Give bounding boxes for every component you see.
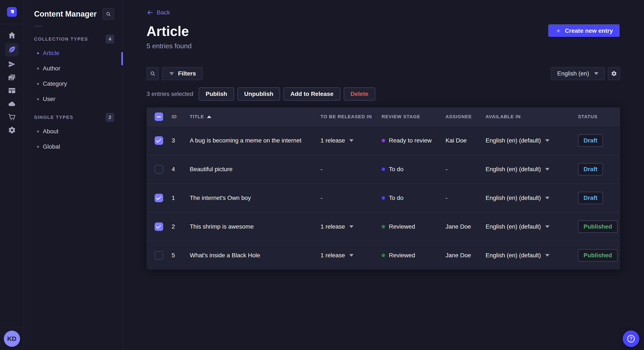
status-badge: Draft (578, 163, 603, 175)
cell-available-in[interactable]: English (en) (default) (486, 252, 578, 259)
select-all-checkbox[interactable] (154, 113, 163, 121)
marketplace-cart-icon[interactable] (5, 110, 19, 124)
table-row[interactable]: 4 Beautiful picture - To do - English (e… (146, 155, 620, 183)
filters-label: Filters (178, 70, 196, 77)
stage-dot-icon (382, 139, 385, 142)
cell-id: 2 (172, 223, 190, 230)
chevron-down-icon[interactable] (349, 139, 354, 142)
column-header-released-in[interactable]: TO BE RELEASED IN (320, 114, 382, 120)
chevron-down-icon[interactable] (545, 197, 550, 199)
cell-available-in[interactable]: English (en) (default) (486, 166, 578, 173)
table-row[interactable]: 5 What's inside a Black Hole 1 release R… (146, 241, 620, 270)
plus-icon (556, 28, 561, 34)
cell-review-stage: To do (382, 166, 446, 173)
section-label: SINGLE TYPES (34, 115, 73, 120)
stage-dot-icon (382, 168, 385, 171)
sidebar-item-global[interactable]: Global (24, 139, 123, 154)
cell-released-in: - (320, 194, 382, 201)
table-row[interactable]: 3 A bug is becoming a meme on the intern… (146, 126, 620, 155)
stage-dot-icon (382, 225, 385, 228)
create-new-entry-button[interactable]: Create new entry (548, 24, 620, 37)
sidebar-item-author[interactable]: Author (24, 61, 123, 76)
chevron-down-icon[interactable] (545, 139, 550, 142)
sidebar-item-label: Article (43, 50, 60, 57)
locale-select[interactable]: English (en) (551, 67, 605, 80)
row-checkbox[interactable] (154, 136, 163, 145)
column-header-available-in[interactable]: AVAILABLE IN (486, 114, 578, 120)
content-manager-subnav: Content Manager COLLECTION TYPES 4 Artic… (24, 0, 123, 350)
content-type-builder-icon[interactable] (5, 84, 19, 97)
entries-count: 5 entries found (146, 42, 192, 50)
row-checkbox[interactable] (154, 165, 163, 174)
selection-summary: 3 entries selected (146, 91, 193, 97)
cell-review-stage: Ready to review (382, 137, 446, 144)
cloud-icon[interactable] (5, 97, 19, 110)
chevron-down-icon (594, 72, 598, 75)
publish-button[interactable]: Publish (199, 87, 234, 101)
help-button[interactable]: ? (623, 331, 639, 347)
table-row[interactable]: 1 The internet's Own boy - To do - Engli… (146, 183, 620, 212)
cell-released-in: - (320, 166, 382, 173)
search-icon (106, 11, 112, 17)
chevron-down-icon[interactable] (349, 225, 354, 228)
sidebar-item-label: Author (43, 65, 60, 72)
cell-title: A bug is becoming a meme on the internet (190, 137, 320, 144)
cell-available-in[interactable]: English (en) (default) (486, 194, 578, 201)
stage-dot-icon (382, 254, 385, 257)
subnav-search-button[interactable] (103, 8, 114, 20)
sort-asc-icon (207, 116, 211, 118)
row-checkbox[interactable] (154, 194, 163, 202)
content-manager-icon[interactable] (5, 43, 19, 57)
add-to-release-button[interactable]: Add to Release (284, 87, 340, 101)
cell-released-in[interactable]: 1 release (320, 137, 382, 144)
settings-gear-icon[interactable] (5, 124, 19, 137)
home-icon[interactable] (5, 29, 19, 42)
column-header-title[interactable]: TITLE (190, 114, 320, 120)
row-checkbox[interactable] (154, 251, 163, 260)
sidebar-item-article[interactable]: Article (24, 45, 123, 61)
cell-released-in[interactable]: 1 release (320, 252, 382, 259)
cell-review-stage: To do (382, 194, 446, 201)
unpublish-button[interactable]: Unpublish (238, 87, 280, 101)
user-avatar[interactable]: KD (4, 331, 20, 347)
cell-released-in[interactable]: 1 release (320, 223, 382, 230)
row-checkbox[interactable] (154, 222, 163, 231)
chevron-down-icon[interactable] (545, 168, 550, 171)
releases-icon[interactable] (5, 58, 19, 71)
strapi-logo[interactable] (0, 0, 24, 24)
column-header-review-stage[interactable]: REVIEW STAGE (382, 114, 446, 120)
status-badge: Published (578, 220, 618, 233)
collection-types-section: COLLECTION TYPES 4 Article Author Catego… (24, 34, 123, 107)
sidebar-item-user[interactable]: User (24, 91, 123, 107)
rail-nav (0, 24, 24, 137)
chevron-down-icon[interactable] (349, 254, 354, 257)
back-label: Back (157, 9, 170, 16)
page-title: Article (146, 24, 192, 38)
column-header-id[interactable]: ID (172, 114, 190, 120)
delete-button[interactable]: Delete (344, 87, 375, 101)
cell-title: The internet's Own boy (190, 194, 320, 201)
filters-button[interactable]: Filters (162, 67, 203, 80)
cell-available-in[interactable]: English (en) (default) (486, 223, 578, 230)
sidebar-item-label: Category (43, 80, 67, 87)
sidebar-item-about[interactable]: About (24, 124, 123, 139)
column-header-status[interactable]: STATUS (578, 114, 620, 120)
sidebar-item-label: User (43, 96, 55, 103)
table-row[interactable]: 2 This shrimp is awesome 1 release Revie… (146, 212, 620, 241)
sidebar-item-category[interactable]: Category (24, 76, 123, 91)
view-settings-button[interactable] (608, 67, 620, 80)
bullet-icon (37, 146, 39, 148)
cell-assignee: Jane Doe (446, 252, 486, 259)
column-header-assignee[interactable]: ASSIGNEE (446, 114, 486, 120)
back-link[interactable]: Back (146, 9, 170, 16)
gear-icon (611, 70, 617, 77)
chevron-down-icon[interactable] (545, 225, 550, 228)
cell-review-stage: Reviewed (382, 252, 446, 259)
search-button[interactable] (146, 67, 159, 80)
cell-assignee: Jane Doe (446, 223, 486, 230)
media-library-icon[interactable] (5, 71, 19, 84)
cell-title: What's inside a Black Hole (190, 252, 320, 259)
chevron-down-icon[interactable] (545, 254, 550, 257)
cell-available-in[interactable]: English (en) (default) (486, 137, 578, 144)
sidebar-item-label: About (43, 128, 58, 135)
